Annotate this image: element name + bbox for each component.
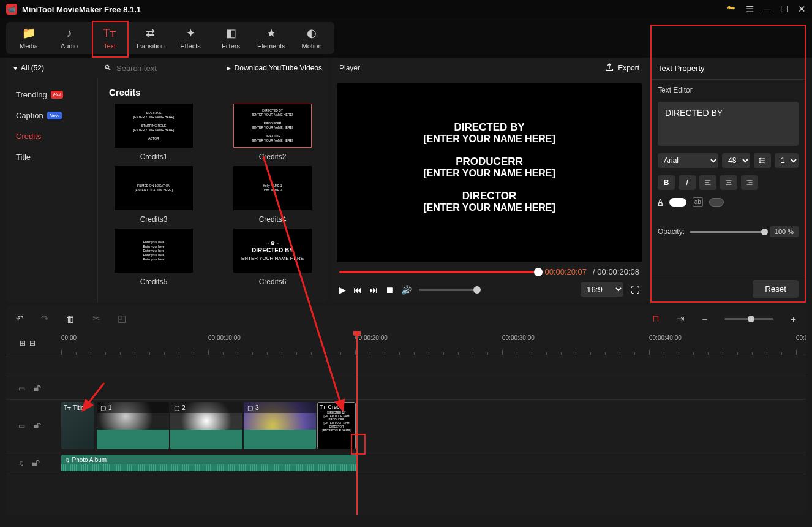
tab-motion[interactable]: ◐Motion bbox=[291, 25, 332, 51]
ruler[interactable]: 00:0000:00:10:0000:00:20:0000:00:30:0000… bbox=[61, 331, 806, 355]
player-label: Player bbox=[339, 64, 360, 72]
video-track-content[interactable]: TᴛTitle ▢1 ▢2 ▢3 TᴛCrec DIRECTED BY[ENTE… bbox=[61, 400, 806, 452]
ruler-mark: 00:00 bbox=[61, 335, 77, 341]
align-left-button[interactable] bbox=[699, 175, 716, 190]
unlock-icon[interactable]: 🔓︎ bbox=[32, 459, 40, 468]
preset-credits4[interactable]: Kelly NAME 1John NAME 2Credits4 bbox=[225, 166, 320, 224]
text-color-swatch[interactable] bbox=[669, 198, 686, 207]
opacity-handle[interactable] bbox=[761, 229, 768, 235]
preset-thumb[interactable]: DIRECTED BY[ENTER YOUR NAME HERE] PRODUC… bbox=[233, 104, 312, 148]
line-spacing-select[interactable]: 1 bbox=[775, 153, 799, 168]
opacity-slider[interactable] bbox=[690, 231, 765, 233]
export-button[interactable]: Export bbox=[604, 63, 639, 74]
redo-button[interactable]: ↷ bbox=[41, 313, 49, 324]
align-right-button[interactable] bbox=[741, 175, 758, 190]
tab-transition[interactable]: ⇄Transition bbox=[130, 25, 170, 51]
transition-icon: ⇄ bbox=[146, 26, 155, 40]
tab-elements[interactable]: ★Elements bbox=[251, 25, 291, 51]
close-icon[interactable]: ✕ bbox=[798, 4, 806, 15]
preset-thumb[interactable]: Kelly NAME 1John NAME 2 bbox=[233, 166, 312, 210]
preset-thumb[interactable]: STARRING[ENTER YOUR NAME HERE] STARRING … bbox=[115, 104, 193, 148]
minimize-icon[interactable]: ─ bbox=[764, 4, 770, 15]
seek-handle[interactable] bbox=[534, 268, 543, 276]
seek-bar[interactable] bbox=[339, 271, 538, 273]
all-dropdown[interactable]: ▾ All (52) bbox=[6, 58, 98, 78]
ruler-mark: 00:00:10:00 bbox=[208, 335, 241, 341]
search-input[interactable] bbox=[116, 64, 222, 73]
split-button[interactable]: ✂ bbox=[92, 313, 100, 324]
tab-media[interactable]: 📁Media bbox=[9, 25, 49, 51]
image-clip-3[interactable]: ▢3 bbox=[244, 402, 316, 449]
fullscreen-icon[interactable]: ⛶ bbox=[631, 285, 639, 295]
audio-clip[interactable]: ♫Photo Album bbox=[61, 455, 356, 471]
volume-slider[interactable] bbox=[419, 289, 478, 291]
preset-thumb[interactable]: ～✿～DIRECTED BYENTER YOUR NAME HERE bbox=[233, 229, 312, 273]
download-youtube-link[interactable]: ▸ Download YouTube Videos bbox=[227, 64, 322, 72]
category-credits[interactable]: Credits bbox=[6, 127, 97, 145]
maximize-icon[interactable]: ☐ bbox=[780, 4, 788, 15]
preset-credits5[interactable]: Enter your hereEnter your hereEnter your… bbox=[107, 229, 201, 286]
preset-thumb[interactable]: Enter your hereEnter your hereEnter your… bbox=[115, 229, 193, 273]
credit-name: [ENTER YOUR NAME HERE] bbox=[423, 168, 555, 179]
zoom-out-button[interactable]: − bbox=[702, 314, 707, 324]
zoom-in-button[interactable]: + bbox=[791, 314, 796, 324]
play-button[interactable]: ▶ bbox=[339, 285, 346, 295]
font-size-select[interactable]: 48 bbox=[722, 153, 750, 168]
prev-frame-button[interactable]: ⏮ bbox=[353, 285, 362, 295]
image-clip-1[interactable]: ▢1 bbox=[97, 402, 169, 449]
hamburger-icon[interactable]: ☰ bbox=[746, 4, 754, 15]
highlight-color-swatch[interactable] bbox=[709, 198, 724, 207]
opacity-value: 100 % bbox=[770, 226, 799, 237]
remove-track-icon[interactable]: ⊟ bbox=[29, 339, 36, 347]
text-browser-panel: ▾ All (52) 🔍︎ ▸ Download YouTube Videos … bbox=[6, 58, 328, 303]
bold-button[interactable]: B bbox=[658, 175, 675, 190]
snap-icon[interactable]: ⇥ bbox=[677, 313, 685, 324]
volume-handle[interactable] bbox=[473, 286, 481, 294]
category-trending[interactable]: TrendingHot bbox=[6, 86, 97, 103]
zoom-slider[interactable] bbox=[724, 318, 773, 320]
tab-text[interactable]: TᴛText bbox=[89, 25, 130, 51]
volume-button[interactable]: 🔊 bbox=[401, 285, 412, 295]
next-frame-button[interactable]: ⏭ bbox=[369, 285, 378, 295]
playhead[interactable] bbox=[356, 331, 358, 515]
youtube-icon: ▸ bbox=[227, 64, 231, 72]
delete-button[interactable]: 🗑 bbox=[66, 314, 75, 324]
italic-button[interactable]: I bbox=[679, 175, 696, 190]
main-toolbar: 📁Media♪AudioTᴛText⇄Transition✦Effects◧Fi… bbox=[0, 18, 812, 58]
add-track-icon[interactable]: ⊞ bbox=[20, 339, 26, 347]
undo-button[interactable]: ↶ bbox=[16, 313, 24, 324]
font-family-select[interactable]: Arial bbox=[658, 153, 718, 168]
unlock-icon[interactable]: 🔓︎ bbox=[34, 422, 41, 430]
align-center-button[interactable] bbox=[720, 175, 737, 190]
export-label: Export bbox=[618, 64, 639, 72]
zoom-handle[interactable] bbox=[748, 316, 754, 322]
category-caption[interactable]: CaptionNew bbox=[6, 107, 97, 124]
preset-thumb[interactable]: FILMED ON LOCATION[ENTER LOCATION HERE] bbox=[115, 166, 193, 210]
image-clip-2[interactable]: ▢2 bbox=[170, 402, 242, 449]
reset-button[interactable]: Reset bbox=[753, 280, 799, 298]
text-editor-input[interactable]: DIRECTED BY bbox=[658, 102, 799, 146]
category-label: Caption bbox=[16, 111, 43, 120]
title-clip[interactable]: TᴛTitle bbox=[61, 402, 94, 449]
audio-track-content[interactable]: ♫Photo Album bbox=[61, 452, 806, 474]
credits-clip[interactable]: TᴛCrec DIRECTED BY[ENTER YOUR NAMPRODUCE… bbox=[317, 402, 356, 449]
stop-button[interactable]: ⏹ bbox=[385, 285, 394, 295]
aspect-select[interactable]: 16:9 bbox=[581, 282, 623, 297]
preset-credits1[interactable]: STARRING[ENTER YOUR NAME HERE] STARRING … bbox=[107, 104, 201, 161]
crop-button[interactable]: ◰ bbox=[118, 313, 126, 324]
magnet-icon[interactable]: ⊓ bbox=[652, 313, 660, 324]
player-viewport[interactable]: DIRECTED BY[ENTER YOUR NAME HERE]PRODUCE… bbox=[337, 83, 642, 262]
preset-credits2[interactable]: DIRECTED BY[ENTER YOUR NAME HERE] PRODUC… bbox=[225, 104, 320, 161]
ruler-mark: 00:00:30:00 bbox=[502, 335, 535, 341]
unlock-icon[interactable]: 🔓︎ bbox=[34, 384, 41, 393]
category-title[interactable]: Title bbox=[6, 148, 97, 165]
tab-effects[interactable]: ✦Effects bbox=[170, 25, 211, 51]
preset-credits3[interactable]: FILMED ON LOCATION[ENTER LOCATION HERE]C… bbox=[107, 166, 201, 224]
tab-audio[interactable]: ♪Audio bbox=[49, 25, 89, 51]
clip-number: 1 bbox=[108, 404, 112, 411]
key-icon[interactable] bbox=[726, 4, 736, 15]
tab-filters[interactable]: ◧Filters bbox=[211, 25, 251, 51]
audio-clip-label: Photo Album bbox=[72, 457, 107, 463]
property-title: Text Property bbox=[650, 58, 806, 80]
preset-credits6[interactable]: ～✿～DIRECTED BYENTER YOUR NAME HERECredit… bbox=[225, 229, 320, 286]
